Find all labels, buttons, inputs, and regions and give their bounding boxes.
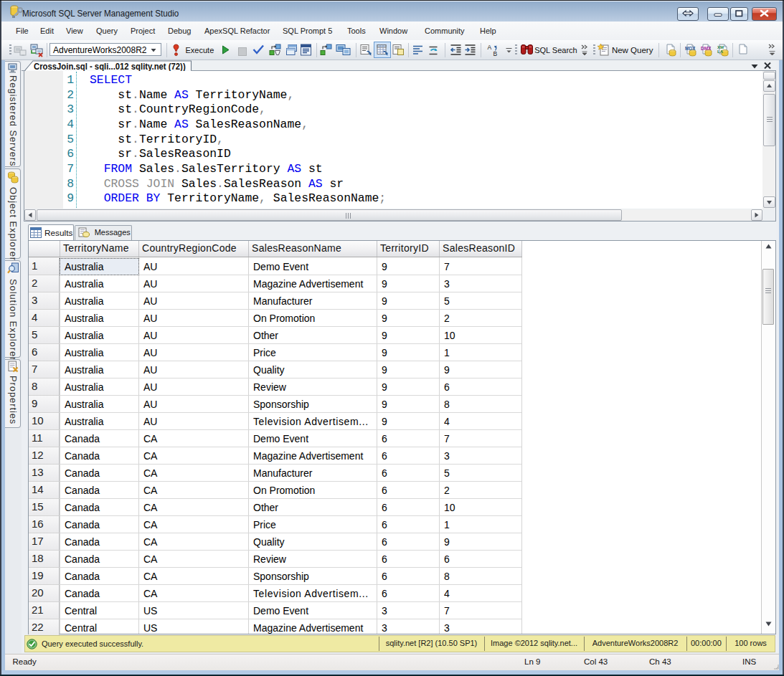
- svg-text:DMX: DMX: [701, 46, 712, 51]
- svg-text:B: B: [493, 50, 498, 57]
- svg-text:A: A: [488, 44, 492, 51]
- svg-text:MDX: MDX: [685, 46, 696, 51]
- svg-text:LA: LA: [717, 49, 724, 54]
